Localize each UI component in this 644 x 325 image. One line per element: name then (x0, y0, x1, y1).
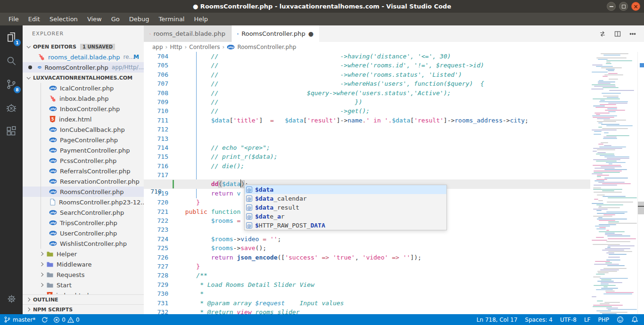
line-number[interactable]: 726 (144, 253, 168, 262)
line-number[interactable]: 720 (144, 198, 168, 207)
code-line[interactable]: 717 (144, 171, 590, 179)
more-actions-icon[interactable] (629, 30, 636, 38)
code-line[interactable]: 704 // ->having('distance', '<=', 30) (144, 52, 590, 61)
line-number[interactable]: 707 (144, 79, 168, 88)
sync-status[interactable] (41, 317, 48, 323)
tree-item-file[interactable]: php 5 PcssController.php (23, 155, 144, 166)
line-number[interactable]: 709 (144, 98, 168, 106)
line-number[interactable]: 725 (144, 244, 168, 252)
tree-item-folder[interactable]: Start (23, 280, 144, 290)
code-scroller[interactable]: 704 // ->having('distance', '<=', 30)705… (144, 52, 590, 314)
activity-debug[interactable] (0, 96, 23, 120)
feedback-status[interactable] (617, 316, 624, 323)
code-line[interactable]: 709 // }) (144, 98, 590, 106)
tree-item-file[interactable]: php 5 index.html (23, 114, 144, 124)
code-line[interactable]: 705 // ->where('rooms.id', '!=', $reques… (144, 61, 590, 70)
line-number[interactable]: 730 (144, 289, 168, 298)
activity-settings[interactable] (0, 287, 23, 310)
cursor-position-status[interactable]: Ln 718, Col 17 (477, 317, 518, 323)
line-number[interactable]: 711 (144, 116, 168, 125)
menu-edit[interactable]: Edit (24, 14, 45, 24)
line-number[interactable]: 722 (144, 216, 168, 225)
scrollbar-thumb[interactable] (638, 202, 644, 214)
tree-item-file[interactable]: php 5 ReservationController.php (23, 176, 144, 187)
code-line[interactable]: 714 // echo "<pre>"; (144, 143, 590, 152)
tree-item-folder[interactable]: Requests (23, 269, 144, 280)
tree-item-file[interactable]: php 5 RoomsController.php23-12... (23, 197, 144, 207)
menu-selection[interactable]: Selection (45, 14, 83, 24)
line-number[interactable]: 729 (144, 280, 168, 289)
minimap[interactable] (590, 52, 637, 314)
code-line[interactable]: 707 // ->whereHas('users', function($que… (144, 79, 590, 88)
tree-item-file[interactable]: php 5 inbox.blade.php (23, 93, 144, 104)
line-number[interactable]: 714 (144, 143, 168, 152)
tree-item-file[interactable]: 5 index.html (23, 290, 144, 294)
code-line[interactable]: 724 $rooms->video = ''; (144, 235, 590, 244)
tab-rooms-controller[interactable]: php RoomsController.php ● (231, 25, 319, 42)
menu-help[interactable]: Help (189, 14, 213, 24)
split-editor-icon[interactable] (614, 30, 621, 38)
line-number[interactable]: 732 (144, 308, 168, 314)
menu-debug[interactable]: Debug (124, 14, 154, 24)
tree-item-file[interactable]: php 5 PageController.php (23, 135, 144, 145)
suggest-item[interactable]: $date_ar (245, 212, 446, 221)
code-line[interactable]: 712 (144, 125, 590, 134)
maximize-button[interactable] (619, 2, 628, 11)
indentation-status[interactable]: Spaces: 4 (525, 317, 553, 323)
code-line[interactable]: 708 // $query->where('users.status','Act… (144, 89, 590, 98)
code-line[interactable]: 729 * Load Rooms Detail Slider View (144, 280, 590, 289)
line-number[interactable]: 708 (144, 89, 168, 98)
line-number[interactable]: 705 (144, 61, 168, 70)
line-number[interactable]: 712 (144, 125, 168, 134)
line-number[interactable]: 723 (144, 225, 168, 234)
breadcrumb-file[interactable]: RoomsController.php (237, 44, 296, 50)
line-number[interactable]: 728 (144, 271, 168, 280)
notifications-status[interactable] (631, 316, 638, 323)
tree-item-file[interactable]: php 5 TripsController.php (23, 218, 144, 228)
code-line[interactable]: 726 return json_encode(['success' => 'tr… (144, 253, 590, 262)
suggest-item[interactable]: $HTTP_RAW_POST_DATA (245, 221, 446, 230)
breadcrumb-controllers[interactable]: Controllers (189, 44, 220, 50)
line-number[interactable]: 731 (144, 299, 168, 308)
tree-item-file[interactable]: php 5 WishlistController.php (23, 238, 144, 249)
code-line[interactable]: 715 // print_r($data); (144, 152, 590, 161)
language-mode-status[interactable]: PHP (598, 317, 610, 323)
line-number[interactable]: 724 (144, 235, 168, 244)
tree-item-file[interactable]: php 5 SearchController.php (23, 207, 144, 218)
code-line[interactable]: 706 // ->where('rooms.status', 'Listed') (144, 70, 590, 79)
activity-explorer[interactable]: 1 (0, 25, 23, 49)
line-number[interactable]: 706 (144, 70, 168, 79)
code-line[interactable]: 728 /** (144, 271, 590, 280)
activity-extensions[interactable] (0, 120, 23, 143)
close-button[interactable]: × (631, 2, 640, 11)
line-number[interactable]: 715 (144, 152, 168, 161)
line-number[interactable]: 721 (144, 207, 168, 216)
tree-item-file[interactable]: php 5 InboxController.php (23, 104, 144, 114)
suggest-item[interactable]: $data_calendar (245, 194, 446, 203)
open-editor-rooms-controller[interactable]: php RoomsController.php app/Http/... (23, 62, 144, 73)
git-branch-status[interactable]: master* (4, 316, 35, 323)
tree-item-file[interactable]: php 5 ReferralsController.php (23, 166, 144, 176)
overview-ruler[interactable] (637, 52, 644, 314)
open-editors-header[interactable]: OPEN EDITORS 1 UNSAVED (23, 41, 144, 52)
open-editor-rooms-detail[interactable]: rooms_detail.blade.php re... M (23, 52, 144, 62)
line-number[interactable]: 704 (144, 52, 168, 61)
line-number[interactable]: 719 (144, 189, 168, 198)
code-line[interactable]: 716 // die(); (144, 162, 590, 171)
tree-item-file[interactable]: php 5 IcalController.php (23, 83, 144, 93)
line-number[interactable]: 713 (144, 134, 168, 143)
breadcrumb-app[interactable]: app (152, 44, 163, 50)
tree-item-file[interactable]: php 5 UserController.php (23, 228, 144, 238)
code-line[interactable]: 713 (144, 134, 590, 143)
tree-item-file[interactable]: php 5 PaymentController.php (23, 145, 144, 155)
suggest-item[interactable]: $data (245, 185, 446, 194)
line-number[interactable]: 717 (144, 171, 168, 179)
code-line[interactable]: 725 $rooms->save(); (144, 244, 590, 252)
tree-item-file[interactable]: php 5 IonCubeCallback.php (23, 124, 144, 135)
menu-file[interactable]: File (4, 14, 24, 24)
menu-terminal[interactable]: Terminal (154, 14, 190, 24)
outline-section-header[interactable]: OUTLINE (23, 294, 144, 304)
tab-rooms-detail[interactable]: rooms_detail.blade.php (144, 25, 231, 42)
code-line[interactable]: 732 * @return view rooms_slider (144, 308, 590, 314)
code-line[interactable]: 730 * (144, 289, 590, 298)
